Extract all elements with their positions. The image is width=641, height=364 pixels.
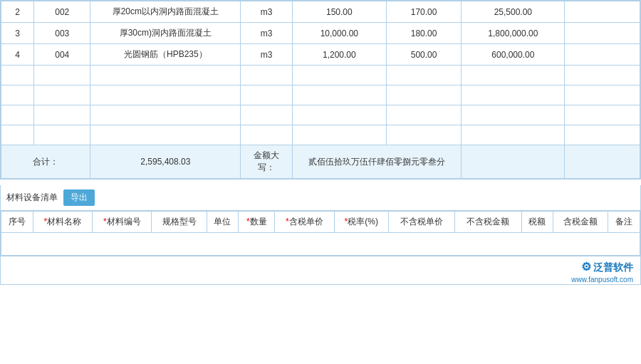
material-col-header: 不含税金额	[455, 212, 521, 233]
summary-amount: 2,595,408.03	[90, 145, 241, 179]
cell-price: 170.00	[386, 1, 462, 23]
material-col-header: *数量	[239, 212, 275, 233]
material-col-header: 备注	[608, 212, 640, 233]
amount-text: 贰佰伍拾玖万伍仟肆佰零捌元零叁分	[292, 145, 461, 179]
logo-area: ⚙ 泛普软件 www.fanpusoft.com	[1, 256, 640, 284]
required-mark: *	[103, 217, 107, 227]
cell-price: 500.00	[386, 44, 462, 66]
cell-name: 厚20cm以内洞内路面混凝土	[90, 1, 241, 23]
required-mark: *	[286, 217, 289, 227]
summary-label: 合计：	[1, 145, 90, 179]
empty-row	[1, 66, 640, 85]
cell-price: 180.00	[386, 23, 462, 44]
material-col-header: 单位	[207, 212, 239, 233]
empty-row	[1, 105, 640, 125]
cell-remark	[565, 23, 640, 44]
cell-code: 004	[34, 44, 90, 66]
material-toolbar: 材料设备清单 导出	[1, 185, 640, 211]
cell-remark	[565, 1, 640, 23]
cell-qty: 10,000.00	[292, 23, 386, 44]
amount-label: 金额大写：	[241, 145, 293, 179]
logo-url: www.fanpusoft.com	[571, 276, 633, 284]
cell-total: 600,000.00	[462, 44, 565, 66]
material-header-row: 序号*材料名称*材料编号规格型号单位*数量*含税单价*税率(%)不含税单价不含税…	[1, 212, 640, 233]
cell-qty: 150.00	[292, 1, 386, 23]
material-empty-row	[1, 233, 640, 256]
logo-name: 泛普软件	[593, 261, 633, 273]
cell-seq: 3	[1, 23, 34, 44]
cell-code: 002	[34, 1, 90, 23]
required-mark: *	[44, 217, 48, 227]
table-row: 3 003 厚30cm)洞内路面混凝土 m3 10,000.00 180.00 …	[1, 23, 640, 44]
main-table: 2 002 厚20cm以内洞内路面混凝土 m3 150.00 170.00 25…	[1, 1, 640, 179]
cell-total: 1,800,000.00	[462, 23, 565, 44]
summary-empty2	[565, 145, 640, 179]
cell-qty: 1,200.00	[292, 44, 386, 66]
export-button[interactable]: 导出	[63, 189, 95, 206]
summary-row: 合计： 2,595,408.03 金额大写： 贰佰伍拾玖万伍仟肆佰零捌元零叁分	[1, 145, 640, 179]
logo-icon: ⚙	[581, 260, 591, 274]
cell-name: 厚30cm)洞内路面混凝土	[90, 23, 241, 44]
cell-name: 光圆钢筋（HPB235）	[90, 44, 241, 66]
material-col-header: 不含税单价	[388, 212, 454, 233]
material-col-header: *税率(%)	[334, 212, 388, 233]
material-col-header: *材料编号	[93, 212, 152, 233]
required-mark: *	[246, 217, 250, 227]
empty-row	[1, 85, 640, 105]
summary-empty1	[462, 145, 565, 179]
table-row: 2 002 厚20cm以内洞内路面混凝土 m3 150.00 170.00 25…	[1, 1, 640, 23]
empty-row	[1, 125, 640, 145]
material-section: 材料设备清单 导出 序号*材料名称*材料编号规格型号单位*数量*含税单价*税率(…	[0, 185, 641, 285]
cell-unit: m3	[241, 1, 293, 23]
cell-unit: m3	[241, 44, 293, 66]
cell-seq: 4	[1, 44, 34, 66]
material-col-header: 税额	[521, 212, 553, 233]
table-row: 4 004 光圆钢筋（HPB235） m3 1,200.00 500.00 60…	[1, 44, 640, 66]
material-col-header: *材料名称	[33, 212, 92, 233]
cell-seq: 2	[1, 1, 34, 23]
material-col-header: 规格型号	[152, 212, 207, 233]
material-col-header: *含税单价	[275, 212, 334, 233]
cell-total: 25,500.00	[462, 1, 565, 23]
required-mark: *	[345, 217, 348, 227]
material-col-header: 序号	[1, 212, 33, 233]
cell-remark	[565, 44, 640, 66]
material-col-header: 含税金额	[553, 212, 608, 233]
main-table-wrapper: 2 002 厚20cm以内洞内路面混凝土 m3 150.00 170.00 25…	[0, 0, 641, 180]
material-title: 材料设备清单	[6, 192, 58, 204]
cell-code: 003	[34, 23, 90, 44]
material-table: 序号*材料名称*材料编号规格型号单位*数量*含税单价*税率(%)不含税单价不含税…	[1, 211, 640, 256]
cell-unit: m3	[241, 23, 293, 44]
